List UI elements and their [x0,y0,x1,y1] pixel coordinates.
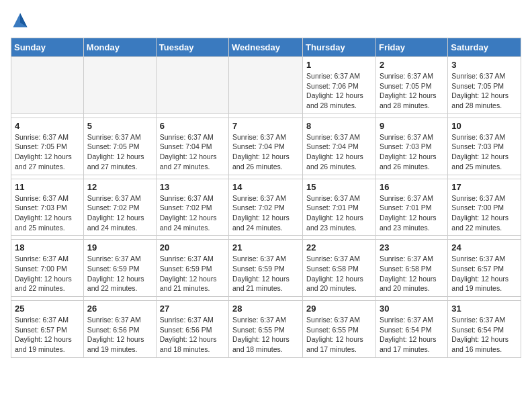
calendar-cell: 1Sunrise: 6:37 AM Sunset: 7:06 PM Daylig… [303,57,376,114]
day-number: 14 [232,182,299,192]
day-info: Sunrise: 6:37 AM Sunset: 7:00 PM Dayligh… [15,254,80,293]
day-number: 29 [306,304,372,314]
day-info: Sunrise: 6:37 AM Sunset: 6:54 PM Dayligh… [380,315,444,355]
day-header-tuesday: Tuesday [156,38,228,57]
day-number: 4 [15,121,80,131]
day-info: Sunrise: 6:37 AM Sunset: 7:01 PM Dayligh… [380,193,444,233]
day-number: 22 [306,242,372,253]
calendar-header-row: SundayMondayTuesdayWednesdayThursdayFrid… [11,38,521,57]
day-info: Sunrise: 6:37 AM Sunset: 7:02 PM Dayligh… [160,193,225,233]
calendar-week-1: 1Sunrise: 6:37 AM Sunset: 7:06 PM Daylig… [11,57,521,114]
day-info: Sunrise: 6:37 AM Sunset: 6:58 PM Dayligh… [380,254,444,293]
logo[interactable] [11,11,32,30]
day-number: 3 [451,60,517,70]
day-number: 6 [160,121,225,131]
day-number: 11 [15,182,80,192]
day-number: 24 [451,242,517,253]
calendar-cell: 9Sunrise: 6:37 AM Sunset: 7:03 PM Daylig… [375,118,447,175]
day-number: 26 [87,304,152,314]
calendar-cell: 3Sunrise: 6:37 AM Sunset: 7:05 PM Daylig… [448,57,521,114]
day-info: Sunrise: 6:37 AM Sunset: 6:59 PM Dayligh… [160,254,225,293]
day-info: Sunrise: 6:37 AM Sunset: 7:05 PM Dayligh… [451,71,517,111]
day-header-thursday: Thursday [303,38,376,57]
day-number: 21 [232,242,299,253]
day-header-sunday: Sunday [11,38,84,57]
day-number: 27 [160,304,225,314]
calendar-cell: 16Sunrise: 6:37 AM Sunset: 7:01 PM Dayli… [375,179,447,236]
day-info: Sunrise: 6:37 AM Sunset: 6:55 PM Dayligh… [306,315,372,355]
day-header-monday: Monday [83,38,156,57]
day-header-wednesday: Wednesday [229,38,303,57]
day-header-saturday: Saturday [448,38,521,57]
day-number: 7 [232,121,299,131]
calendar-cell: 27Sunrise: 6:37 AM Sunset: 6:56 PM Dayli… [156,301,228,358]
calendar-cell: 12Sunrise: 6:37 AM Sunset: 7:02 PM Dayli… [83,179,156,236]
calendar-cell [156,57,228,114]
calendar-week-4: 18Sunrise: 6:37 AM Sunset: 7:00 PM Dayli… [11,240,521,297]
calendar-cell: 7Sunrise: 6:37 AM Sunset: 7:04 PM Daylig… [229,118,303,175]
day-info: Sunrise: 6:37 AM Sunset: 6:54 PM Dayligh… [451,315,517,355]
day-number: 28 [232,304,299,314]
calendar-cell [11,57,84,114]
calendar-cell: 2Sunrise: 6:37 AM Sunset: 7:05 PM Daylig… [375,57,447,114]
day-info: Sunrise: 6:37 AM Sunset: 6:56 PM Dayligh… [87,315,152,355]
day-info: Sunrise: 6:37 AM Sunset: 7:02 PM Dayligh… [87,193,152,233]
day-info: Sunrise: 6:37 AM Sunset: 7:03 PM Dayligh… [380,132,444,172]
day-info: Sunrise: 6:37 AM Sunset: 7:05 PM Dayligh… [380,71,444,111]
day-number: 19 [87,242,152,253]
calendar-cell: 24Sunrise: 6:37 AM Sunset: 6:57 PM Dayli… [448,240,521,297]
calendar-cell: 13Sunrise: 6:37 AM Sunset: 7:02 PM Dayli… [156,179,228,236]
day-info: Sunrise: 6:37 AM Sunset: 7:05 PM Dayligh… [87,132,152,172]
day-info: Sunrise: 6:37 AM Sunset: 7:04 PM Dayligh… [160,132,225,172]
day-number: 25 [15,304,80,314]
day-header-friday: Friday [375,38,447,57]
calendar-cell: 10Sunrise: 6:37 AM Sunset: 7:03 PM Dayli… [448,118,521,175]
day-info: Sunrise: 6:37 AM Sunset: 6:57 PM Dayligh… [15,315,80,355]
day-info: Sunrise: 6:37 AM Sunset: 7:04 PM Dayligh… [306,132,372,172]
day-info: Sunrise: 6:37 AM Sunset: 7:04 PM Dayligh… [232,132,299,172]
calendar-cell: 30Sunrise: 6:37 AM Sunset: 6:54 PM Dayli… [375,301,447,358]
logo-icon [11,11,30,30]
day-info: Sunrise: 6:37 AM Sunset: 7:02 PM Dayligh… [232,193,299,233]
day-number: 5 [87,121,152,131]
day-number: 10 [451,121,517,131]
day-info: Sunrise: 6:37 AM Sunset: 6:59 PM Dayligh… [232,254,299,293]
calendar-cell: 25Sunrise: 6:37 AM Sunset: 6:57 PM Dayli… [11,301,84,358]
day-info: Sunrise: 6:37 AM Sunset: 6:57 PM Dayligh… [451,254,517,293]
day-number: 13 [160,182,225,192]
calendar-cell: 21Sunrise: 6:37 AM Sunset: 6:59 PM Dayli… [229,240,303,297]
day-number: 15 [306,182,372,192]
calendar-cell: 8Sunrise: 6:37 AM Sunset: 7:04 PM Daylig… [303,118,376,175]
day-number: 8 [306,121,372,131]
calendar-cell: 14Sunrise: 6:37 AM Sunset: 7:02 PM Dayli… [229,179,303,236]
day-number: 16 [380,182,444,192]
calendar-cell: 22Sunrise: 6:37 AM Sunset: 6:58 PM Dayli… [303,240,376,297]
calendar-cell [229,57,303,114]
day-info: Sunrise: 6:37 AM Sunset: 7:03 PM Dayligh… [15,193,80,233]
calendar-cell: 28Sunrise: 6:37 AM Sunset: 6:55 PM Dayli… [229,301,303,358]
day-info: Sunrise: 6:37 AM Sunset: 7:05 PM Dayligh… [15,132,80,172]
day-info: Sunrise: 6:37 AM Sunset: 6:58 PM Dayligh… [306,254,372,293]
day-number: 20 [160,242,225,253]
calendar-week-2: 4Sunrise: 6:37 AM Sunset: 7:05 PM Daylig… [11,118,521,175]
day-number: 12 [87,182,152,192]
day-info: Sunrise: 6:37 AM Sunset: 6:59 PM Dayligh… [87,254,152,293]
day-number: 23 [380,242,444,253]
day-number: 2 [380,60,444,70]
day-info: Sunrise: 6:37 AM Sunset: 7:06 PM Dayligh… [306,71,372,111]
calendar-cell: 11Sunrise: 6:37 AM Sunset: 7:03 PM Dayli… [11,179,84,236]
calendar-cell: 29Sunrise: 6:37 AM Sunset: 6:55 PM Dayli… [303,301,376,358]
day-info: Sunrise: 6:37 AM Sunset: 7:00 PM Dayligh… [451,193,517,233]
day-number: 31 [451,304,517,314]
day-info: Sunrise: 6:37 AM Sunset: 6:55 PM Dayligh… [232,315,299,355]
calendar-cell: 18Sunrise: 6:37 AM Sunset: 7:00 PM Dayli… [11,240,84,297]
calendar-cell: 15Sunrise: 6:37 AM Sunset: 7:01 PM Dayli… [303,179,376,236]
calendar-table: SundayMondayTuesdayWednesdayThursdayFrid… [11,38,521,358]
day-number: 30 [380,304,444,314]
day-info: Sunrise: 6:37 AM Sunset: 6:56 PM Dayligh… [160,315,225,355]
calendar-week-5: 25Sunrise: 6:37 AM Sunset: 6:57 PM Dayli… [11,301,521,358]
day-number: 1 [306,60,372,70]
calendar-cell: 26Sunrise: 6:37 AM Sunset: 6:56 PM Dayli… [83,301,156,358]
calendar-week-3: 11Sunrise: 6:37 AM Sunset: 7:03 PM Dayli… [11,179,521,236]
calendar-cell: 4Sunrise: 6:37 AM Sunset: 7:05 PM Daylig… [11,118,84,175]
